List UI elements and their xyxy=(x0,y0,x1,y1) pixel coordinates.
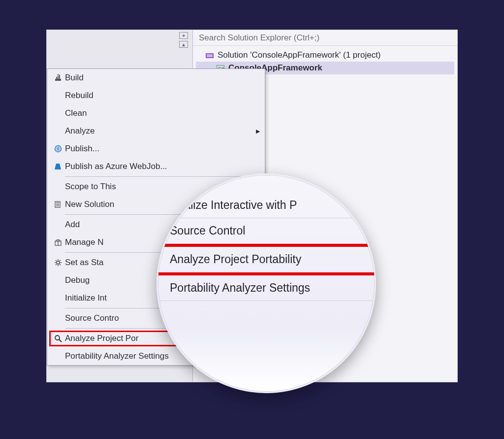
gear-icon xyxy=(54,258,63,267)
svg-rect-8 xyxy=(58,76,59,79)
svg-line-24 xyxy=(56,260,57,261)
editor-gutter: ✦ ▲ xyxy=(175,30,192,60)
globe-icon xyxy=(54,144,63,153)
chevron-right-icon: ▶ xyxy=(256,128,260,135)
menu-label: Publish as Azure WebJob... xyxy=(65,162,260,171)
svg-rect-13 xyxy=(56,203,59,203)
svg-rect-7 xyxy=(56,77,57,79)
menu-build[interactable]: Build xyxy=(47,69,265,87)
menu-publish-azure[interactable]: Publish as Azure WebJob... xyxy=(47,158,265,175)
zoom-line-highlight: Analyze Project Portability xyxy=(158,247,375,272)
menu-clean[interactable]: Clean xyxy=(47,104,265,122)
svg-rect-6 xyxy=(55,79,61,81)
menu-label: Analyze xyxy=(65,126,256,136)
menu-label: Clean xyxy=(65,108,260,118)
menu-rebuild[interactable]: Rebuild xyxy=(47,87,265,104)
svg-rect-15 xyxy=(56,205,59,206)
svg-rect-9 xyxy=(59,75,60,79)
solution-node[interactable]: Solution 'ConsoleAppFramework' (1 projec… xyxy=(196,49,454,62)
menu-label: Rebuild xyxy=(65,91,260,101)
svg-line-25 xyxy=(60,264,61,265)
solution-label: Solution 'ConsoleAppFramework' (1 projec… xyxy=(218,50,381,60)
menu-label: Build xyxy=(65,73,260,83)
package-icon xyxy=(54,238,63,247)
menu-label: Publish... xyxy=(65,144,260,154)
azure-icon xyxy=(54,162,63,171)
svg-marker-11 xyxy=(55,164,61,169)
menu-publish[interactable]: Publish... xyxy=(47,140,265,158)
svg-line-27 xyxy=(60,260,61,261)
build-icon xyxy=(54,73,63,82)
zoom-line: Portability Analyzer Settings xyxy=(158,275,375,301)
magnifier-overlay: nitialize Interactive with P Source Cont… xyxy=(157,173,376,393)
new-solution-icon xyxy=(54,200,63,209)
svg-rect-3 xyxy=(207,54,213,57)
magnify-icon xyxy=(54,334,63,343)
scroll-arrow-icon[interactable]: ▲ xyxy=(179,41,188,48)
menu-analyze[interactable]: Analyze ▶ xyxy=(47,122,265,140)
solution-search-input[interactable]: Search Solution Explorer (Ctrl+;) xyxy=(193,30,457,46)
svg-line-29 xyxy=(59,339,62,342)
solution-icon xyxy=(206,52,214,59)
svg-line-26 xyxy=(56,264,57,265)
menu-separator xyxy=(65,176,261,177)
svg-rect-14 xyxy=(56,204,59,204)
svg-point-19 xyxy=(57,261,60,264)
scroll-up-icon[interactable]: ✦ xyxy=(179,32,188,39)
zoom-line: Source Control xyxy=(158,218,375,244)
